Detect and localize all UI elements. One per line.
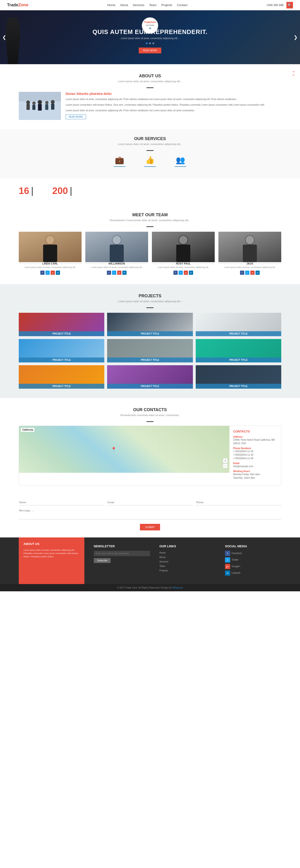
email-input[interactable] [107,499,193,505]
phone-val-1: +7(003)5643-12-29 [233,450,277,453]
footer-fb-icon[interactable]: f [225,551,230,556]
nav-phone: +040 285 999 [266,3,283,7]
team-tw-3[interactable]: t [179,271,183,275]
hours-val-1: Monday-Friday: 8am-6pm [233,472,277,476]
team-li-4[interactable]: in [256,271,260,275]
team-li-3[interactable]: in [189,271,193,275]
address-group: Address 2394b Three Notch Road Californi… [233,436,277,445]
hero-readmore-button[interactable]: READ MORE [139,48,161,54]
zoom-in-button[interactable]: + [223,458,228,463]
footer-tw-label: Twitter [232,559,238,561]
team-tw-1[interactable]: t [46,271,50,275]
nav-team[interactable]: Team [149,3,156,7]
footer-link-services[interactable]: Services [159,560,168,563]
team-socials-3: f t g in [152,271,215,275]
about-inner: Donec lobortis pharetra dolor Lorem ipsu… [19,92,281,120]
hero-next-button[interactable]: ❯ [294,34,298,40]
projects-subtitle: Lorem ipsum dolor sit amet, consectetur … [19,300,281,303]
about-para1: Lorem ipsum dolor sit amet, consectetur … [66,97,281,101]
stats-row: 16 | 200 | [19,186,281,196]
team-gp-2[interactable]: g [117,271,121,275]
about-heading: Donec lobortis pharetra dolor [66,92,281,96]
contacts-info: CONTACTS Address 2394b Three Notch Road … [230,426,281,485]
team-gp-4[interactable]: g [250,271,254,275]
contacts-map: California 📍 + − [19,426,230,473]
zoom-out-button[interactable]: − [223,463,228,468]
stat-item-2: 200 | [52,186,72,196]
project-card-9[interactable]: PROJECT TITLE [196,365,281,389]
team-gp-1[interactable]: g [51,271,55,275]
footer-tw-icon[interactable]: t [225,557,230,562]
footer-li-icon[interactable]: in [225,570,230,576]
team-fb-1[interactable]: f [40,271,44,275]
footer-link-home[interactable]: Home [159,552,166,554]
project-title-6: PROJECT TITLE [196,358,281,363]
people-icon: 👥 [176,156,185,164]
project-card-4[interactable]: PROJECT TITLE [19,339,104,363]
newsletter-input[interactable] [94,551,150,556]
team-fb-4[interactable]: f [240,271,244,275]
phone-input[interactable] [196,499,281,505]
thumbsup-icon: 👍 [145,156,155,164]
hero-dot-3[interactable] [152,42,154,44]
team-li-1[interactable]: in [56,271,60,275]
about-image [19,92,61,120]
nav-projects[interactable]: Projects [161,3,172,7]
email-group: Email info@example.com [233,462,277,468]
footer-social-col: SOCIAL MEDIA f Facebook t Twitter g+ Goo… [225,545,281,577]
team-tw-2[interactable]: t [112,271,116,275]
hero-section: TradeZone SOLUTIONS ✦ QUIS AUTEM EUM REP… [0,10,300,64]
hero-dot-2[interactable] [149,42,151,44]
services-title: OUR SERVICES [19,136,281,141]
service-item-1: 💼 [114,156,125,167]
project-card-1[interactable]: PROJECT TITLE [19,313,104,336]
svg-rect-16 [110,245,124,262]
nav-home[interactable]: Home [107,3,116,7]
about-readmore-button[interactable]: READ MORE [66,114,86,119]
site-logo[interactable]: Trade Zone [7,3,28,7]
project-card-3[interactable]: PROJECT TITLE [196,313,281,336]
project-card-8[interactable]: PROJECT TITLE [107,365,193,389]
form-submit: SUBMIT [19,524,281,530]
submit-button[interactable]: SUBMIT [140,524,160,530]
footer-link-projects[interactable]: Projects [159,569,168,572]
project-title-9: PROJECT TITLE [196,384,281,389]
search-button[interactable]: 🔍 [287,2,293,8]
scroll-up-icon[interactable]: ⌃⌃ [292,71,295,78]
nav-contact[interactable]: Contact [177,3,187,7]
phone-label: Phone Numbers [233,447,277,450]
team-fb-2[interactable]: f [107,271,111,275]
project-card-6[interactable]: PROJECT TITLE [196,339,281,363]
team-gp-3[interactable]: g [184,271,188,275]
svg-point-8 [45,101,49,104]
nav-about[interactable]: About [120,3,128,7]
copyright-link[interactable]: W3layouts [172,586,183,589]
subscribe-button[interactable]: Subscribe [94,558,111,563]
team-li-2[interactable]: in [122,271,126,275]
map-label: California [21,428,34,432]
team-name-line-2: WILLIAMSON [85,262,148,265]
footer-link-about[interactable]: About [159,556,166,559]
team-member-name-4: JACK [246,262,253,265]
footer-gp-label: Google+ [232,565,240,568]
name-input[interactable] [19,499,104,505]
phone-val-2: +7(003)5643-11-39 [233,453,277,457]
service-divider-3 [175,166,186,167]
project-card-7[interactable]: PROJECT TITLE [19,365,104,389]
team-photo-1 [19,232,82,262]
hero-prev-button[interactable]: ❮ [2,34,6,40]
footer-gp-icon[interactable]: g+ [225,564,230,569]
stat-sep-1: | [31,186,33,196]
svg-point-20 [179,236,187,244]
hero-dot-1[interactable] [146,42,148,44]
nav-services[interactable]: Services [133,3,144,7]
projects-grid: PROJECT TITLE PROJECT TITLE PROJECT TITL… [19,313,281,389]
team-fb-3[interactable]: f [174,271,178,275]
team-member-name-3: ROSY PAUL [176,262,190,265]
message-input[interactable] [19,508,281,519]
footer-about-col: ABOUT US Lorem ipsum dolor sit amet, con… [19,537,84,584]
team-tw-4[interactable]: t [245,271,249,275]
project-card-2[interactable]: PROJECT TITLE [107,313,193,336]
project-card-5[interactable]: PROJECT TITLE [107,339,193,363]
footer-link-team[interactable]: Team [159,565,165,567]
